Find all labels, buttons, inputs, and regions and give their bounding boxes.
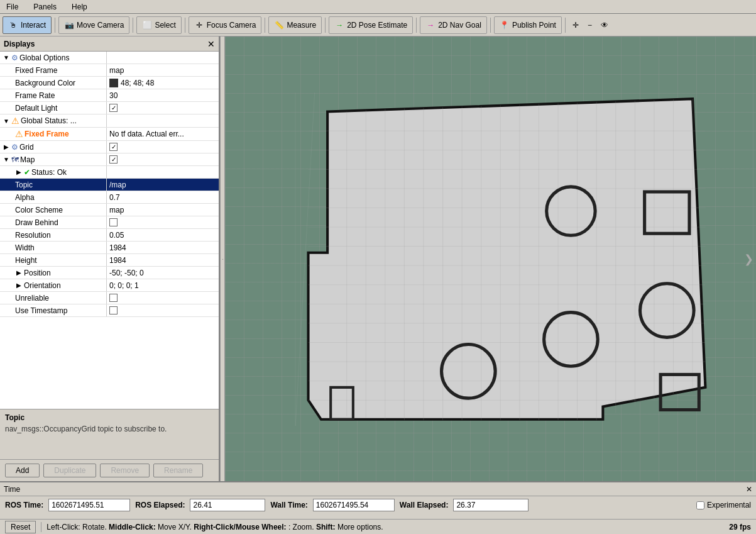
camera-icon: 📷: [64, 20, 74, 30]
map-row[interactable]: ▼ 🗺 Map ✓: [0, 153, 219, 166]
time-fields: ROS Time: ROS Elapsed: Wall Time: Wall E…: [0, 496, 756, 514]
pose-icon: →: [334, 20, 344, 30]
alpha-row[interactable]: Alpha 0.7: [0, 191, 219, 204]
width-row[interactable]: Width 1984: [0, 242, 219, 254]
experimental-check[interactable]: Experimental: [696, 501, 751, 509]
vp-resize-right[interactable]: ❯: [744, 252, 753, 266]
fixed-frame-error-row[interactable]: ⚠ Fixed Frame No tf data. Actual err...: [0, 128, 219, 141]
wall-elapsed-label: Wall Elapsed:: [400, 501, 449, 509]
focus-camera-button[interactable]: ✛ Focus Camera: [189, 16, 262, 34]
status-bar: Reset Left-Click: Rotate. Middle-Click: …: [0, 519, 756, 534]
interact-icon: 🖱: [8, 20, 18, 30]
minus-btn[interactable]: −: [584, 16, 596, 34]
global-options-arrow[interactable]: ▼: [3, 54, 10, 62]
info-title: Topic: [5, 413, 214, 422]
rename-button[interactable]: Rename: [153, 464, 203, 477]
map-arrow[interactable]: ▼: [3, 156, 10, 164]
orientation-row[interactable]: ▶ Orientation 0; 0; 0; 1: [0, 279, 219, 292]
grid-icon: ⚙: [11, 143, 18, 152]
panel-close-button[interactable]: ✕: [207, 39, 215, 49]
draw-behind-checkbox[interactable]: [109, 218, 118, 226]
topic-row[interactable]: Topic /map: [0, 179, 219, 191]
wall-elapsed-input[interactable]: [453, 499, 529, 511]
add-icon-btn[interactable]: ✛: [569, 16, 583, 34]
interact-button[interactable]: 🖱 Interact: [3, 16, 52, 34]
publish-icon: 📍: [500, 20, 510, 30]
add-button[interactable]: Add: [5, 464, 40, 477]
status-arrow[interactable]: ▶: [15, 169, 23, 176]
toolbar-sep-7: [490, 18, 491, 33]
ros-elapsed-input[interactable]: [190, 499, 265, 511]
default-light-checkbox[interactable]: ✓: [109, 104, 118, 112]
menu-bar: File Panels Help: [0, 0, 756, 14]
toolbar-sep-6: [416, 18, 417, 33]
default-light-row[interactable]: Default Light ✓: [0, 102, 219, 114]
wall-time-input[interactable]: [313, 499, 395, 511]
panel-header: Displays ✕: [0, 36, 219, 52]
measure-icon: 📏: [274, 20, 284, 30]
viewport[interactable]: ❯: [225, 36, 756, 481]
select-icon: ⬜: [142, 20, 152, 30]
resolution-row[interactable]: Resolution 0.05: [0, 229, 219, 242]
toolbar-sep-1: [55, 18, 55, 33]
global-options-row[interactable]: ▼ ⚙ Global Options: [0, 52, 219, 64]
ros-time-input[interactable]: [48, 499, 130, 511]
time-panel: Time ✕ ROS Time: ROS Elapsed: Wall Time:…: [0, 481, 756, 519]
measure-button[interactable]: 📏 Measure: [268, 16, 322, 34]
move-camera-button[interactable]: 📷 Move Camera: [58, 16, 129, 34]
unreliable-checkbox[interactable]: [109, 294, 118, 302]
frame-rate-row[interactable]: Frame Rate 30: [0, 89, 219, 102]
tree-view[interactable]: ▼ ⚙ Global Options Fixed Frame map: [0, 52, 219, 409]
menu-panels[interactable]: Panels: [30, 1, 60, 13]
time-header: Time ✕: [0, 482, 756, 496]
nav-goal-button[interactable]: → 2D Nav Goal: [420, 16, 487, 34]
orientation-arrow[interactable]: ▶: [15, 282, 23, 289]
info-text: nav_msgs::OccupancyGrid topic to subscri…: [5, 425, 214, 433]
toolbar-sep-4: [265, 18, 265, 33]
duplicate-button[interactable]: Duplicate: [43, 464, 96, 477]
eye-btn[interactable]: 👁: [597, 16, 612, 34]
map-checkbox[interactable]: ✓: [109, 155, 118, 164]
draw-behind-row[interactable]: Draw Behind: [0, 216, 219, 229]
time-panel-title: Time: [4, 485, 20, 494]
reset-button[interactable]: Reset: [5, 521, 36, 533]
svg-marker-0: [308, 99, 705, 420]
position-arrow[interactable]: ▶: [15, 269, 23, 277]
ff-warn-icon: ⚠: [15, 129, 23, 139]
position-row[interactable]: ▶ Position -50; -50; 0: [0, 267, 219, 279]
time-panel-close[interactable]: ✕: [746, 485, 752, 494]
global-status-arrow[interactable]: ▼: [3, 117, 10, 125]
resize-handle[interactable]: ···: [220, 36, 225, 481]
map-icon: 🗺: [11, 155, 19, 164]
gear-icon: ⚙: [11, 53, 18, 62]
grid-row[interactable]: ▶ ⚙ Grid ✓: [0, 141, 219, 153]
button-bar: Add Duplicate Remove Rename: [0, 459, 219, 481]
bg-color-row[interactable]: Background Color 48; 48; 48: [0, 77, 219, 89]
toolbar: 🖱 Interact 📷 Move Camera ⬜ Select ✛ Focu…: [0, 14, 756, 36]
status-sep: [41, 522, 41, 532]
height-row[interactable]: Height 1984: [0, 254, 219, 267]
remove-button[interactable]: Remove: [100, 464, 150, 477]
wall-time-label: Wall Time:: [270, 501, 307, 509]
use-timestamp-row[interactable]: Use Timestamp: [0, 304, 219, 317]
status-ok-row[interactable]: ▶ ✔ Status: Ok: [0, 166, 219, 179]
info-panel: Topic nav_msgs::OccupancyGrid topic to s…: [0, 409, 219, 459]
color-scheme-row[interactable]: Color Scheme map: [0, 204, 219, 216]
menu-help[interactable]: Help: [68, 1, 91, 13]
focus-icon: ✛: [194, 20, 204, 30]
select-button[interactable]: ⬜ Select: [136, 16, 181, 34]
use-timestamp-checkbox[interactable]: [109, 306, 118, 314]
unreliable-row[interactable]: Unreliable: [0, 292, 219, 304]
status-help-text: Left-Click: Rotate. Middle-Click: Move X…: [47, 523, 383, 531]
panel-title: Displays: [4, 40, 35, 48]
fps-display: 29 fps: [729, 523, 751, 531]
menu-file[interactable]: File: [3, 1, 22, 13]
global-status-row[interactable]: ▼ ⚠ Global Status: ...: [0, 114, 219, 128]
fixed-frame-row[interactable]: Fixed Frame map: [0, 64, 219, 77]
publish-point-button[interactable]: 📍 Publish Point: [494, 16, 562, 34]
grid-checkbox[interactable]: ✓: [109, 143, 118, 151]
map-visualization: [290, 92, 717, 426]
experimental-checkbox[interactable]: [696, 501, 704, 509]
pose-estimate-button[interactable]: → 2D Pose Estimate: [329, 16, 413, 34]
grid-arrow[interactable]: ▶: [3, 143, 10, 151]
